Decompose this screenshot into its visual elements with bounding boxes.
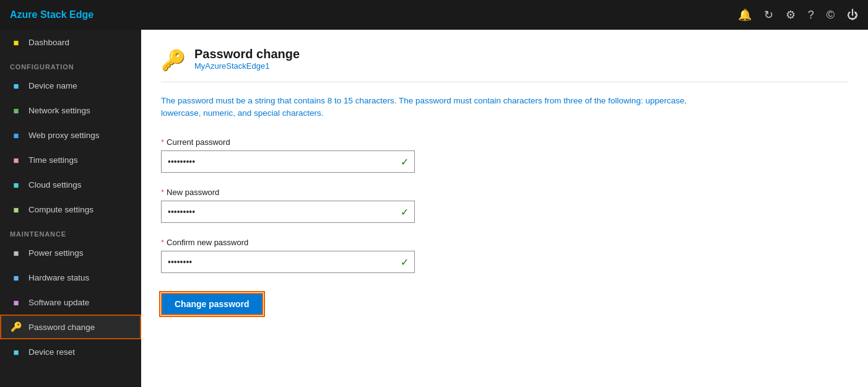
copyright-icon[interactable]: © [827, 9, 835, 22]
compute-icon: ■ [10, 203, 22, 215]
sidebar-dashboard-label: Dashboard [28, 38, 69, 47]
confirm-password-input[interactable] [161, 251, 415, 273]
sidebar-password-label: Password change [28, 323, 95, 332]
app-title: Azure Stack Edge [10, 9, 93, 20]
time-icon: ■ [10, 154, 22, 166]
sidebar-reset-label: Device reset [28, 347, 75, 357]
bell-icon[interactable]: 🔔 [738, 8, 752, 22]
power-settings-icon: ■ [10, 246, 22, 259]
current-password-label-text: Current password [167, 137, 230, 147]
power-icon[interactable]: ⏻ [847, 9, 858, 22]
sidebar-hardware-label: Hardware status [28, 273, 89, 282]
confirm-password-check-icon: ✓ [401, 256, 409, 267]
main-layout: ■ Dashboard CONFIGURATION ■ Device name … [0, 30, 868, 387]
sidebar-time-label: Time settings [28, 155, 78, 165]
sidebar-cloud-label: Cloud settings [28, 180, 82, 189]
topbar: Azure Stack Edge 🔔 ↻ ⚙ ? © ⏻ [0, 0, 868, 30]
required-marker: * [161, 137, 164, 147]
reset-icon: ■ [10, 346, 22, 358]
new-password-label-text: New password [167, 188, 219, 197]
page-title: Password change [194, 47, 300, 61]
sidebar-item-device-reset[interactable]: ■ Device reset [0, 339, 141, 364]
sidebar-webproxy-label: Web proxy settings [28, 131, 100, 140]
confirm-password-label: * Confirm new password [161, 238, 848, 247]
dashboard-icon: ■ [10, 36, 22, 48]
sidebar-item-software-update[interactable]: ■ Software update [0, 290, 141, 315]
content-area: 🔑 Password change MyAzureStackEdge1 The … [141, 30, 868, 387]
settings-icon[interactable]: ⚙ [786, 8, 796, 22]
sidebar-item-hardware-status[interactable]: ■ Hardware status [0, 265, 141, 290]
web-proxy-icon: ■ [10, 129, 22, 141]
change-password-button[interactable]: Change password [161, 293, 263, 315]
new-password-label: * New password [161, 188, 848, 197]
new-password-group: * New password ✓ [161, 188, 848, 223]
refresh-icon[interactable]: ↻ [764, 8, 773, 22]
sidebar-software-label: Software update [28, 298, 89, 307]
network-icon: ■ [10, 104, 22, 116]
sidebar-item-dashboard[interactable]: ■ Dashboard [0, 30, 141, 54]
help-icon[interactable]: ? [808, 9, 814, 22]
sidebar-network-label: Network settings [28, 106, 90, 115]
sidebar-item-power-settings[interactable]: ■ Power settings [0, 240, 141, 265]
page-subtitle: MyAzureStackEdge1 [194, 61, 300, 71]
current-password-label: * Current password [161, 137, 848, 147]
sidebar: ■ Dashboard CONFIGURATION ■ Device name … [0, 30, 141, 387]
device-name-icon: ■ [10, 79, 22, 92]
sidebar-power-label: Power settings [28, 248, 84, 258]
page-header-text: Password change MyAzureStackEdge1 [194, 47, 300, 71]
sidebar-item-cloud-settings[interactable]: ■ Cloud settings [0, 172, 141, 197]
confirm-required-marker: * [161, 238, 164, 247]
page-header: 🔑 Password change MyAzureStackEdge1 [161, 47, 848, 82]
confirm-password-wrapper: ✓ [161, 251, 415, 273]
confirm-password-label-text: Confirm new password [167, 238, 248, 247]
new-password-wrapper: ✓ [161, 201, 415, 223]
info-text: The password must be a string that conta… [161, 95, 718, 120]
confirm-password-group: * Confirm new password ✓ [161, 238, 848, 273]
hardware-icon: ■ [10, 271, 22, 284]
sidebar-item-password-change[interactable]: 🔑 Password change [0, 315, 141, 339]
sidebar-item-web-proxy[interactable]: ■ Web proxy settings [0, 123, 141, 147]
sidebar-device-name-label: Device name [28, 81, 77, 90]
topbar-icons: 🔔 ↻ ⚙ ? © ⏻ [738, 8, 858, 22]
sidebar-item-time-settings[interactable]: ■ Time settings [0, 147, 141, 172]
new-password-input[interactable] [161, 201, 415, 223]
sidebar-item-device-name[interactable]: ■ Device name [0, 73, 141, 98]
new-password-check-icon: ✓ [401, 206, 409, 217]
config-section-label: CONFIGURATION [0, 54, 141, 73]
current-password-group: * Current password ✓ [161, 137, 848, 173]
sidebar-item-network-settings[interactable]: ■ Network settings [0, 98, 141, 123]
maintenance-section-label: MAINTENANCE [0, 222, 141, 240]
sidebar-item-compute-settings[interactable]: ■ Compute settings [0, 197, 141, 222]
sidebar-compute-label: Compute settings [28, 205, 93, 214]
new-required-marker: * [161, 188, 164, 197]
cloud-icon: ■ [10, 178, 22, 191]
current-password-input[interactable] [161, 150, 415, 173]
current-password-wrapper: ✓ [161, 150, 415, 173]
software-icon: ■ [10, 296, 22, 308]
page-header-icon: 🔑 [161, 48, 186, 72]
current-password-check-icon: ✓ [401, 155, 409, 167]
password-icon: 🔑 [10, 321, 22, 333]
